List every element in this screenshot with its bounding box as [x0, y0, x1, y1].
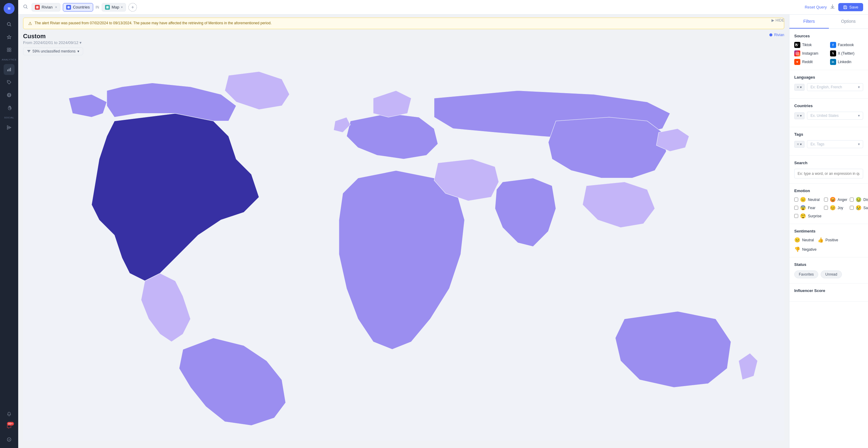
filter-label: 59% unclassified mentions [32, 49, 75, 53]
influencer-score-title: Influencer Score [794, 288, 863, 293]
disgust-emoji: 🤢 [856, 197, 862, 203]
tag-icon[interactable] [4, 77, 14, 88]
filters-panel: Filters Options Sources Tiktok [789, 14, 868, 448]
alert-icon: ⚠ [28, 21, 32, 26]
neutral-label: Neutral [808, 198, 820, 202]
topbar-search-icon[interactable] [23, 4, 28, 10]
message-icon[interactable]: 99+ [4, 421, 14, 432]
surprise-label: Surprise [808, 214, 822, 218]
globe-icon[interactable] [4, 90, 14, 100]
source-twitter[interactable]: 𝕏 X (Twitter) [830, 50, 863, 56]
app-logo[interactable]: M [4, 3, 14, 14]
search-icon[interactable] [4, 19, 14, 30]
svg-rect-7 [7, 50, 9, 52]
countries-section: Countries = ▾ Ex. United States ▾ [789, 99, 868, 127]
disgust-label: Disgust [863, 198, 868, 202]
status-section: Status Favorites Unread [789, 258, 868, 283]
tags-input[interactable]: Ex. Tags ▾ [807, 140, 863, 148]
countries-dropdown-icon: ▾ [858, 114, 860, 118]
reset-query-button[interactable]: Reset Query [805, 5, 827, 9]
add-tab-button[interactable]: + [128, 3, 137, 11]
unclassified-filter-button[interactable]: 59% unclassified mentions ▾ [23, 47, 83, 55]
date-range-dropdown-icon[interactable]: ▾ [80, 40, 82, 45]
twitter-label: X (Twitter) [838, 51, 855, 56]
map-date-range: From 2024/02/01 to 2024/09/12 ▾ [23, 40, 82, 45]
map-header: Custom From 2024/02/01 to 2024/09/12 ▾ R… [18, 29, 789, 47]
sentiment-neutral[interactable]: 😐 Neutral [794, 237, 814, 243]
source-linkedin[interactable]: in Linkedin [830, 59, 863, 65]
neutral-emoji: 😐 [800, 197, 806, 203]
status-row: Favorites Unread [794, 270, 863, 278]
paper-plane-icon[interactable] [4, 122, 14, 133]
countries-filter-row: = ▾ Ex. United States ▾ [794, 112, 863, 120]
svg-rect-26 [28, 51, 30, 52]
topbar: Rivian × Countries IN Map ▾ + Reset Quer… [18, 0, 868, 14]
map-container [18, 58, 789, 448]
legend-dot [769, 33, 772, 36]
sources-title: Sources [794, 34, 863, 38]
sentiment-row: 😐 Neutral 👍 Positive 👎 Negative [794, 237, 863, 252]
alert-text: The alert Rivian was paused from 07/02/2… [35, 21, 272, 25]
emotion-surprise-checkbox[interactable] [794, 214, 798, 218]
source-tiktok[interactable]: Tiktok [794, 42, 828, 48]
emotion-disgust-checkbox[interactable] [850, 198, 854, 202]
bell-icon[interactable] [4, 409, 14, 419]
sentiment-negative[interactable]: 👎 Negative [794, 246, 816, 252]
emotion-sadness-checkbox[interactable] [850, 206, 854, 210]
sentiment-positive[interactable]: 👍 Positive [817, 237, 838, 243]
emotion-grid: 😐 Neutral 😡 Anger 🤢 Disgust [794, 197, 863, 219]
svg-rect-20 [36, 6, 38, 8]
emotion-anger-checkbox[interactable] [824, 198, 828, 202]
tab-countries[interactable]: Countries [63, 3, 93, 11]
countries-input[interactable]: Ex. United States ▾ [807, 112, 863, 120]
svg-rect-22 [106, 6, 108, 8]
reddit-label: Reddit [802, 60, 813, 64]
status-unread-button[interactable]: Unread [820, 270, 842, 278]
sentiments-title: Sentiments [794, 229, 863, 233]
tab-filters[interactable]: Filters [789, 14, 829, 29]
emotion-anger: 😡 Anger [824, 197, 847, 203]
emotion-surprise: 😲 Surprise [794, 213, 822, 219]
help-icon[interactable]: ? [4, 434, 14, 445]
tab-rivian[interactable]: Rivian × [32, 3, 60, 11]
social-label: SOCIAL [4, 116, 14, 119]
languages-input[interactable]: Ex: English, French ▾ [807, 83, 863, 91]
fire-icon[interactable] [4, 102, 14, 113]
emotion-neutral-checkbox[interactable] [794, 198, 798, 202]
svg-rect-27 [29, 52, 29, 53]
alert-banner: ⚠ The alert Rivian was paused from 07/02… [23, 18, 784, 29]
sentiment-neutral-icon: 😐 [794, 237, 800, 243]
filter-dropdown-icon: ▾ [78, 49, 79, 53]
svg-rect-8 [9, 50, 11, 52]
emotion-fear: 😨 Fear [794, 205, 822, 211]
hide-button[interactable]: ▶ HIDE [772, 18, 784, 23]
emotion-fear-checkbox[interactable] [794, 206, 798, 210]
emotion-section: Emotion 😐 Neutral 😡 Anger 🤢 [789, 184, 868, 224]
emotion-title: Emotion [794, 188, 863, 193]
countries-operator[interactable]: = ▾ [794, 112, 805, 119]
save-button[interactable]: Save [838, 3, 863, 11]
chart-bar-icon[interactable] [4, 64, 14, 75]
search-input[interactable] [794, 169, 863, 178]
sources-grid: Tiktok f Facebook [794, 42, 863, 65]
download-button[interactable] [830, 4, 835, 11]
grid-icon[interactable] [4, 44, 14, 55]
tab-map[interactable]: Map ▾ [102, 3, 126, 11]
languages-operator[interactable]: = ▾ [794, 84, 805, 91]
tags-operator[interactable]: = ▾ [794, 141, 805, 148]
star-icon[interactable] [4, 32, 14, 42]
map-panel: ⚠ The alert Rivian was paused from 07/02… [18, 14, 789, 448]
tiktok-label: Tiktok [802, 43, 812, 47]
tab-options[interactable]: Options [829, 14, 868, 29]
sidebar: M ANALYTICS [0, 0, 18, 448]
status-favorites-button[interactable]: Favorites [794, 270, 818, 278]
filters-tabs: Filters Options [789, 14, 868, 29]
svg-rect-24 [844, 6, 846, 7]
sentiment-positive-icon: 👍 [817, 237, 824, 243]
source-reddit[interactable]: Reddit [794, 59, 828, 65]
source-facebook[interactable]: f Facebook [830, 42, 863, 48]
instagram-label: Instagram [802, 51, 818, 56]
tab-rivian-close[interactable]: × [55, 5, 57, 9]
source-instagram[interactable]: Instagram [794, 50, 828, 56]
emotion-joy-checkbox[interactable] [824, 206, 828, 210]
